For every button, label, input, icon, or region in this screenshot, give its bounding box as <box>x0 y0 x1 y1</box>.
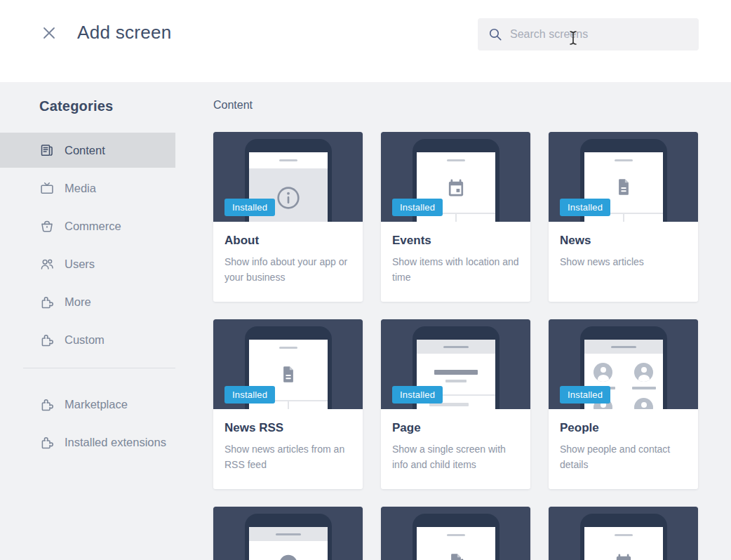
contact-icon <box>276 551 300 560</box>
card-description: Show a single screen with info and child… <box>392 441 519 472</box>
dialog-header: Add screen <box>0 0 731 82</box>
installed-badge: Installed <box>392 199 443 216</box>
card-illustration: Installed <box>549 132 698 222</box>
installed-badge: Installed <box>224 199 275 216</box>
screen-card-about[interactable]: InstalledAboutShow info about your app o… <box>213 132 363 302</box>
phone-statusbar <box>447 159 465 161</box>
card-body: PeopleShow people and contact details <box>549 409 698 472</box>
screen-card-news-rss[interactable]: InstalledNews RSSShow news articles from… <box>213 319 363 489</box>
phone-appbar <box>417 340 495 354</box>
card-title: People <box>560 421 687 435</box>
installed-badge: Installed <box>560 386 610 404</box>
document-icon <box>612 177 636 198</box>
info-icon <box>274 184 302 212</box>
phone-statusbar <box>615 534 633 536</box>
phone-statusbar <box>615 159 633 161</box>
wireframe-heading <box>434 370 478 375</box>
sidebar-item-label: Installed extensions <box>65 436 166 449</box>
sidebar-item-more[interactable]: More <box>0 284 175 319</box>
card-illustration <box>549 507 698 560</box>
sidebar-item-label: Commerce <box>65 220 121 233</box>
page-title: Add screen <box>77 22 172 44</box>
search-input[interactable] <box>478 18 699 51</box>
sidebar-item-media[interactable]: Media <box>0 171 175 206</box>
document-icon <box>444 552 468 560</box>
puzzle-icon <box>39 294 55 309</box>
screen-card-grid: InstalledAboutShow info about your app o… <box>213 132 698 560</box>
sidebar-item-content[interactable]: Content <box>0 133 175 168</box>
puzzle-icon <box>39 396 55 412</box>
card-illustration: Installed <box>381 132 530 222</box>
avatar-icon <box>593 363 612 382</box>
sidebar-item-label: Marketplace <box>65 398 128 411</box>
sidebar-item-label: Media <box>65 182 96 195</box>
card-title: News <box>560 234 687 248</box>
card-illustration <box>213 507 363 560</box>
screen-card-partial[interactable] <box>213 507 363 560</box>
users-icon <box>39 256 55 272</box>
card-description: Show info about your app or your busines… <box>224 254 351 285</box>
avatar-icon <box>634 398 653 409</box>
sidebar-item-users[interactable]: Users <box>0 246 175 281</box>
installed-badge: Installed <box>560 199 610 216</box>
card-body: News RSSShow news articles from an RSS f… <box>213 409 363 472</box>
phone-statusbar <box>279 159 297 161</box>
section-label: Content <box>213 99 731 112</box>
card-body: EventsShow items with location and time <box>381 222 530 285</box>
card-title: Page <box>392 421 519 435</box>
sidebar-item-commerce[interactable]: Commerce <box>0 208 175 244</box>
search-box <box>478 18 699 51</box>
calendar-icon <box>445 177 467 199</box>
phone-appbar <box>584 340 663 354</box>
phone-mockup <box>580 514 667 560</box>
tv-icon <box>39 180 55 196</box>
screen-card-page[interactable]: InstalledPageShow a single screen with i… <box>381 319 530 489</box>
sidebar-item-label: More <box>65 295 91 309</box>
card-title: Events <box>392 234 519 248</box>
sidebar-item-label: Custom <box>65 333 105 347</box>
screen-card-partial[interactable] <box>381 507 530 560</box>
card-illustration: Installed <box>213 319 363 409</box>
card-illustration: Installed <box>213 132 363 222</box>
card-body: NewsShow news articles <box>549 222 698 269</box>
card-title: News RSS <box>224 421 351 435</box>
sidebar-item-label: Users <box>65 258 95 271</box>
categories-sidebar: Categories ContentMediaCommerceUsersMore… <box>0 82 175 560</box>
screens-panel: Content InstalledAboutShow info about yo… <box>175 82 731 560</box>
article-icon <box>39 142 55 158</box>
sidebar-item-installed-extensions[interactable]: Installed extensions <box>0 425 175 460</box>
document-icon <box>276 364 300 385</box>
screen-card-events[interactable]: InstalledEventsShow items with location … <box>381 132 530 302</box>
card-title: About <box>224 234 351 248</box>
phone-screen <box>417 527 495 560</box>
extensions-list: MarketplaceInstalled extensions <box>0 387 175 460</box>
card-body: AboutShow info about your app or your bu… <box>213 222 363 285</box>
wireframe-subheading <box>445 380 467 382</box>
card-illustration: Installed <box>549 319 698 409</box>
puzzle-icon <box>39 332 55 347</box>
card-illustration: Installed <box>381 319 530 409</box>
wireframe-line <box>623 214 624 222</box>
sidebar-divider <box>23 368 175 368</box>
sidebar-item-custom[interactable]: Custom <box>0 322 175 357</box>
screen-card-partial[interactable] <box>549 507 698 560</box>
wireframe-line <box>288 401 289 409</box>
phone-screen <box>249 527 328 560</box>
add-screen-dialog: Add screen Categories ContentMediaCommer… <box>0 0 731 560</box>
wireframe-line <box>455 214 457 222</box>
installed-badge: Installed <box>224 386 275 404</box>
phone-screen <box>584 527 663 560</box>
avatar-icon <box>634 363 653 382</box>
card-description: Show news articles <box>560 254 687 269</box>
card-description: Show news articles from an RSS feed <box>224 441 351 472</box>
close-button[interactable] <box>38 22 60 45</box>
card-description: Show people and contact details <box>560 441 687 472</box>
sidebar-heading: Categories <box>39 98 175 114</box>
phone-statusbar <box>447 534 465 536</box>
screen-card-people[interactable]: InstalledPeopleShow people and contact d… <box>549 319 698 489</box>
dialog-content: Categories ContentMediaCommerceUsersMore… <box>0 82 731 560</box>
sidebar-item-marketplace[interactable]: Marketplace <box>0 387 175 422</box>
card-illustration <box>381 507 530 560</box>
phone-mockup <box>413 514 499 560</box>
screen-card-news[interactable]: InstalledNewsShow news articles <box>549 132 698 302</box>
